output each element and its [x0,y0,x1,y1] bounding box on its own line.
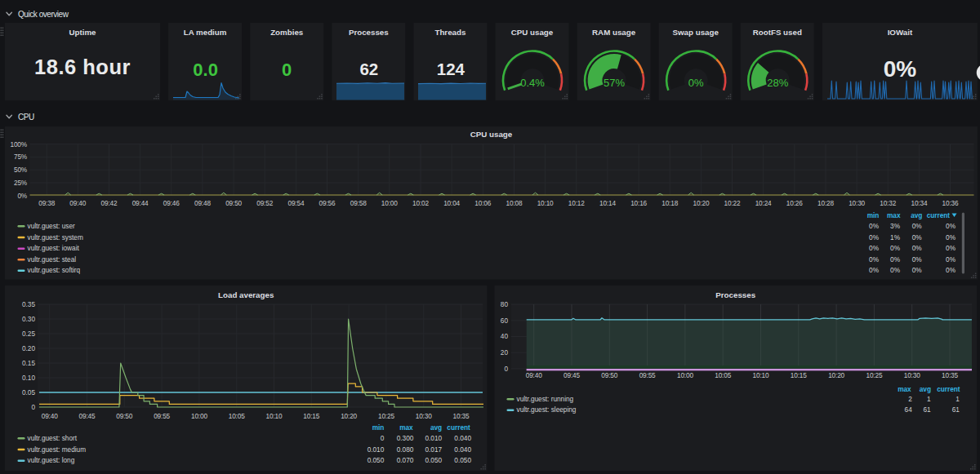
svg-text:10:32: 10:32 [880,200,896,207]
svg-text:0%: 0% [912,245,923,252]
svg-text:09:40: 09:40 [526,372,542,379]
svg-text:max: max [898,386,911,393]
svg-text:75%: 75% [14,153,28,161]
svg-text:Processes: Processes [715,290,755,299]
svg-text:Threads: Threads [434,28,466,37]
svg-text:61: 61 [924,406,932,414]
svg-text:10:24: 10:24 [755,200,772,207]
svg-text:10:15: 10:15 [791,372,807,379]
svg-text:vultr.guest: sleeping: vultr.guest: sleeping [517,406,577,414]
svg-text:09:58: 09:58 [350,200,367,207]
svg-text:09:50: 09:50 [601,372,617,379]
svg-text:vultr.guest: medium: vultr.guest: medium [28,446,87,454]
svg-text:0%: 0% [890,256,901,264]
svg-text:Swap usage: Swap usage [673,28,719,37]
svg-text:vultr.guest: running: vultr.guest: running [517,396,574,403]
svg-text:vultr.guest: long: vultr.guest: long [28,457,75,464]
svg-text:0.10: 0.10 [22,374,35,382]
svg-text:0: 0 [504,365,508,373]
svg-text:0.4%: 0.4% [520,77,545,89]
svg-text:10:20: 10:20 [693,200,709,207]
svg-text:current: current [937,386,960,393]
svg-text:10:15: 10:15 [303,413,319,420]
svg-text:10:35: 10:35 [942,372,958,379]
svg-text:09:55: 09:55 [154,413,170,420]
svg-text:10:04: 10:04 [443,200,460,207]
svg-text:10:10: 10:10 [753,372,769,379]
svg-text:0.010: 0.010 [425,435,442,442]
svg-text:min: min [867,212,880,219]
svg-text:100%: 100% [10,141,27,148]
svg-text:0.010: 0.010 [368,446,385,454]
svg-text:10:20: 10:20 [828,372,844,379]
svg-text:RootFS used: RootFS used [753,28,802,37]
svg-text:10:18: 10:18 [662,200,678,207]
svg-text:min: min [372,424,385,432]
svg-text:64: 64 [905,406,913,414]
svg-text:09:50: 09:50 [116,413,132,420]
svg-text:Uptime: Uptime [69,28,96,37]
svg-text:09:55: 09:55 [639,372,656,379]
svg-text:10:20: 10:20 [341,413,357,420]
svg-text:vultr.guest: user: vultr.guest: user [28,223,75,230]
svg-text:10:16: 10:16 [630,200,647,207]
svg-text:0%: 0% [912,223,923,230]
svg-text:09:45: 09:45 [79,413,96,420]
svg-text:0%: 0% [912,256,923,264]
svg-text:vultr.guest: steal: vultr.guest: steal [28,256,77,264]
svg-text:0%: 0% [869,234,880,241]
svg-text:RAM usage: RAM usage [592,28,636,37]
svg-text:0.017: 0.017 [425,446,442,454]
svg-text:80: 80 [501,301,509,308]
svg-text:0.040: 0.040 [454,435,471,442]
svg-text:0: 0 [381,435,385,442]
svg-text:0.0: 0.0 [193,60,218,80]
svg-text:10:12: 10:12 [568,200,585,207]
svg-text:10:14: 10:14 [599,200,616,207]
svg-text:Zombies: Zombies [270,28,304,37]
svg-text:10:22: 10:22 [724,200,741,207]
svg-text:10:06: 10:06 [474,200,491,207]
svg-text:current: current [447,424,470,432]
svg-text:0.050: 0.050 [425,457,442,464]
svg-text:25%: 25% [14,179,28,187]
svg-text:current: current [927,212,951,219]
svg-text:0: 0 [31,404,35,411]
svg-text:10:34: 10:34 [911,200,927,207]
svg-text:10:28: 10:28 [817,200,834,207]
svg-text:0.05: 0.05 [22,389,35,396]
svg-text:Processes: Processes [349,28,389,37]
svg-text:1%: 1% [890,234,901,241]
svg-text:0%: 0% [912,234,923,241]
svg-text:50%: 50% [14,166,28,174]
svg-text:1: 1 [927,396,931,403]
svg-text:10:05: 10:05 [715,372,731,379]
svg-text:10:08: 10:08 [506,200,523,207]
svg-text:0.35: 0.35 [22,301,35,308]
svg-text:avg: avg [911,212,922,219]
svg-text:60: 60 [501,317,509,325]
svg-text:124: 124 [437,60,466,78]
svg-text:09:56: 09:56 [319,200,336,207]
svg-text:09:54: 09:54 [287,200,304,207]
svg-text:09:44: 09:44 [132,200,149,207]
svg-text:10:10: 10:10 [266,413,283,420]
svg-text:3%: 3% [890,223,901,230]
svg-text:0.080: 0.080 [397,446,414,454]
svg-text:10:00: 10:00 [381,200,398,207]
svg-text:1: 1 [956,396,960,403]
svg-text:62: 62 [359,60,378,78]
svg-text:0: 0 [282,60,292,80]
svg-text:0.300: 0.300 [397,435,414,442]
svg-text:0.040: 0.040 [454,446,471,454]
svg-text:IOWait: IOWait [888,28,913,37]
svg-text:LA medium: LA medium [184,28,227,37]
svg-text:28%: 28% [767,77,788,89]
svg-text:10:00: 10:00 [677,372,693,379]
svg-text:0.30: 0.30 [22,316,35,323]
svg-text:0%: 0% [869,256,880,264]
svg-text:09:45: 09:45 [564,372,580,379]
svg-text:0%: 0% [688,77,704,89]
svg-text:0%: 0% [17,193,27,200]
svg-text:09:46: 09:46 [163,200,180,207]
